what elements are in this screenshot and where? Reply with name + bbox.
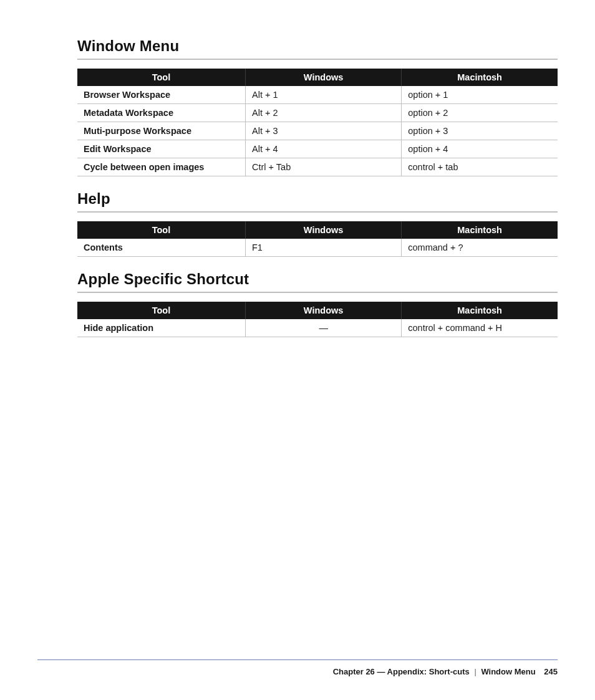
section-heading: Apple Specific Shortcut bbox=[77, 271, 558, 288]
section-rule bbox=[77, 59, 558, 60]
cell-windows: Alt + 2 bbox=[246, 104, 402, 122]
cell-mac: option + 1 bbox=[402, 86, 558, 104]
cell-mac: control + command + H bbox=[402, 319, 558, 337]
table-row: Edit Workspace Alt + 4 option + 4 bbox=[77, 140, 558, 158]
document-page: Window Menu Tool Windows Macintosh Brows… bbox=[0, 0, 595, 700]
section-help: Help Tool Windows Macintosh Contents F1 … bbox=[77, 190, 558, 257]
cell-tool: Muti-purpose Workspace bbox=[77, 122, 246, 140]
table-row: Browser Workspace Alt + 1 option + 1 bbox=[77, 86, 558, 104]
table-row: Cycle between open images Ctrl + Tab con… bbox=[77, 158, 558, 176]
table-row: Metadata Workspace Alt + 2 option + 2 bbox=[77, 104, 558, 122]
cell-mac: control + tab bbox=[402, 158, 558, 176]
table-header-row: Tool Windows Macintosh bbox=[77, 302, 558, 319]
cell-mac: option + 4 bbox=[402, 140, 558, 158]
cell-tool: Metadata Workspace bbox=[77, 104, 246, 122]
cell-tool: Hide application bbox=[77, 319, 246, 337]
footer-separator: | bbox=[472, 667, 478, 676]
col-header-tool: Tool bbox=[77, 302, 246, 319]
section-apple-specific: Apple Specific Shortcut Tool Windows Mac… bbox=[77, 271, 558, 337]
table-header-row: Tool Windows Macintosh bbox=[77, 69, 558, 86]
cell-tool: Cycle between open images bbox=[77, 158, 246, 176]
cell-mac: command + ? bbox=[402, 239, 558, 257]
col-header-macintosh: Macintosh bbox=[402, 221, 558, 239]
section-heading: Window Menu bbox=[77, 37, 558, 55]
footer-rule bbox=[37, 659, 558, 660]
col-header-macintosh: Macintosh bbox=[402, 302, 558, 319]
section-rule bbox=[77, 211, 558, 213]
cell-tool: Contents bbox=[77, 239, 246, 257]
cell-windows: Alt + 1 bbox=[246, 86, 402, 104]
col-header-windows: Windows bbox=[246, 69, 402, 86]
table-header-row: Tool Windows Macintosh bbox=[77, 221, 558, 239]
section-window-menu: Window Menu Tool Windows Macintosh Brows… bbox=[77, 37, 558, 176]
cell-windows: F1 bbox=[246, 239, 402, 257]
section-rule bbox=[77, 292, 558, 293]
shortcut-table: Tool Windows Macintosh Hide application … bbox=[77, 302, 558, 337]
footer-page-number: 245 bbox=[538, 667, 558, 676]
cell-tool: Edit Workspace bbox=[77, 140, 246, 158]
table-row: Contents F1 command + ? bbox=[77, 239, 558, 257]
footer-chapter: Chapter 26 — Appendix: Short-cuts bbox=[333, 667, 470, 676]
cell-windows: Alt + 3 bbox=[246, 122, 402, 140]
cell-windows: Alt + 4 bbox=[246, 140, 402, 158]
cell-windows: Ctrl + Tab bbox=[246, 158, 402, 176]
col-header-tool: Tool bbox=[77, 221, 246, 239]
col-header-windows: Windows bbox=[246, 302, 402, 319]
section-heading: Help bbox=[77, 190, 558, 208]
col-header-windows: Windows bbox=[246, 221, 402, 239]
page-footer: Chapter 26 — Appendix: Short-cuts | Wind… bbox=[333, 667, 558, 676]
table-row: Hide application — control + command + H bbox=[77, 319, 558, 337]
footer-subsection: Window Menu bbox=[481, 667, 535, 676]
shortcut-table: Tool Windows Macintosh Contents F1 comma… bbox=[77, 221, 558, 257]
col-header-tool: Tool bbox=[77, 69, 246, 86]
cell-mac: option + 2 bbox=[402, 104, 558, 122]
table-row: Muti-purpose Workspace Alt + 3 option + … bbox=[77, 122, 558, 140]
cell-windows: — bbox=[246, 319, 402, 337]
cell-tool: Browser Workspace bbox=[77, 86, 246, 104]
col-header-macintosh: Macintosh bbox=[402, 69, 558, 86]
shortcut-table: Tool Windows Macintosh Browser Workspace… bbox=[77, 69, 558, 176]
cell-mac: option + 3 bbox=[402, 122, 558, 140]
